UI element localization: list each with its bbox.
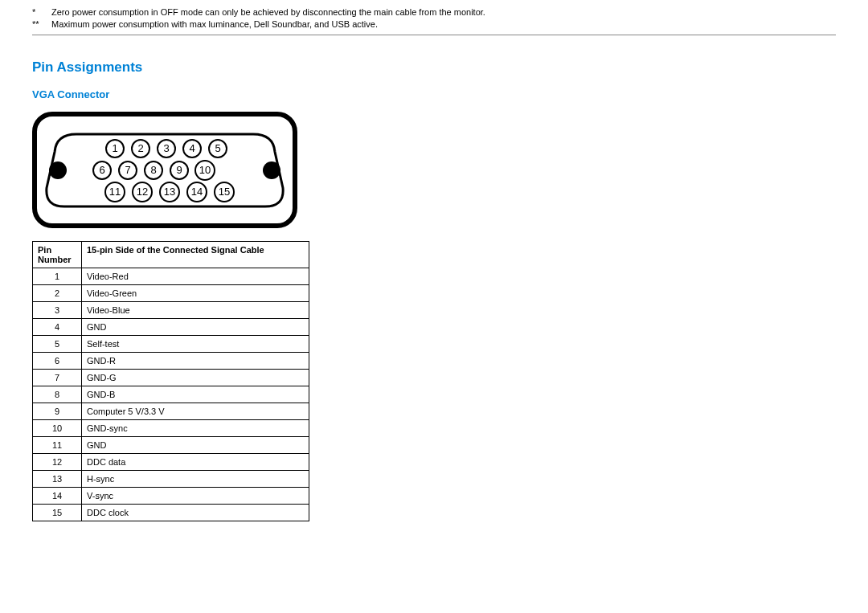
pin-desc-cell: Computer 5 V/3.3 V — [82, 403, 309, 419]
pin-8-label: 8 — [150, 164, 156, 176]
pin-number-cell: 13 — [33, 470, 82, 487]
pin-number-cell: 6 — [33, 352, 82, 369]
pin-desc-cell: GND — [82, 318, 309, 335]
table-row: 1Video-Red — [33, 268, 309, 284]
footnote-2: ** Maximum power consumption with max lu… — [32, 18, 836, 31]
pin-desc-cell: GND-R — [82, 352, 309, 369]
pin-desc-cell: Video-Blue — [82, 301, 309, 318]
pin-number-cell: 9 — [33, 403, 82, 419]
pin-desc-cell: GND-G — [82, 369, 309, 386]
section-title: Pin Assignments — [32, 59, 836, 76]
pin-number-cell: 1 — [33, 268, 82, 284]
table-row: 8GND-B — [33, 386, 309, 403]
table-header-desc: 15-pin Side of the Connected Signal Cabl… — [82, 241, 309, 268]
pin-3-label: 3 — [163, 142, 169, 154]
pin-number-cell: 4 — [33, 318, 82, 335]
table-row: 15DDC clock — [33, 504, 309, 521]
table-row: 6GND-R — [33, 352, 309, 369]
pin-assignment-table: Pin Number 15-pin Side of the Connected … — [32, 241, 309, 521]
pin-number-cell: 2 — [33, 284, 82, 301]
footnotes: * Zero power consumption in OFF mode can… — [32, 6, 836, 31]
pin-14-label: 14 — [191, 186, 203, 198]
footnote-mark: * — [32, 6, 51, 18]
pin-12-label: 12 — [137, 186, 148, 198]
pin-number-cell: 12 — [33, 453, 82, 470]
table-header-pin: Pin Number — [33, 241, 82, 268]
pin-desc-cell: DDC clock — [82, 504, 309, 521]
pin-15-label: 15 — [219, 186, 230, 198]
table-row: 9Computer 5 V/3.3 V — [33, 403, 309, 419]
vga-connector-diagram: 1 2 3 4 5 6 7 8 9 10 11 12 13 14 15 — [32, 112, 297, 228]
pin-desc-cell: V-sync — [82, 487, 309, 504]
svg-point-1 — [49, 161, 67, 179]
table-row: 12DDC data — [33, 453, 309, 470]
pin-7-label: 7 — [125, 164, 130, 176]
divider — [32, 35, 836, 35]
pin-number-cell: 3 — [33, 301, 82, 318]
table-row: 3Video-Blue — [33, 301, 309, 318]
pin-5-label: 5 — [215, 142, 220, 154]
pin-desc-cell: DDC data — [82, 453, 309, 470]
footnote-text: Zero power consumption in OFF mode can o… — [51, 6, 485, 18]
table-row: 5Self-test — [33, 335, 309, 352]
table-row: 13H-sync — [33, 470, 309, 487]
pin-desc-cell: GND — [82, 436, 309, 453]
pin-number-cell: 5 — [33, 335, 82, 352]
pin-number-cell: 14 — [33, 487, 82, 504]
pin-1-label: 1 — [112, 142, 117, 154]
pin-desc-cell: GND-B — [82, 386, 309, 403]
pin-number-cell: 15 — [33, 504, 82, 521]
pin-13-label: 13 — [164, 186, 175, 198]
pin-9-label: 9 — [176, 164, 182, 176]
pin-desc-cell: H-sync — [82, 470, 309, 487]
svg-point-2 — [263, 161, 280, 179]
pin-11-label: 11 — [109, 186, 121, 198]
footnote-text: Maximum power consumption with max lumin… — [51, 18, 378, 31]
sub-title: VGA Connector — [32, 88, 836, 100]
pin-desc-cell: GND-sync — [82, 419, 309, 436]
footnote-mark: ** — [32, 18, 51, 31]
pin-4-label: 4 — [189, 142, 194, 154]
table-row: 2Video-Green — [33, 284, 309, 301]
table-row: 4GND — [33, 318, 309, 335]
pin-desc-cell: Video-Green — [82, 284, 309, 301]
footnote-1: * Zero power consumption in OFF mode can… — [32, 6, 836, 18]
table-row: 7GND-G — [33, 369, 309, 386]
pin-number-cell: 11 — [33, 436, 82, 453]
table-row: 10GND-sync — [33, 419, 309, 436]
pin-number-cell: 10 — [33, 419, 82, 436]
pin-6-label: 6 — [99, 164, 104, 176]
pin-desc-cell: Video-Red — [82, 268, 309, 284]
table-row: 11GND — [33, 436, 309, 453]
pin-number-cell: 8 — [33, 386, 82, 403]
pin-2-label: 2 — [137, 142, 143, 154]
pin-desc-cell: Self-test — [82, 335, 309, 352]
table-row: 14V-sync — [33, 487, 309, 504]
pin-10-label: 10 — [199, 164, 211, 176]
pin-number-cell: 7 — [33, 369, 82, 386]
